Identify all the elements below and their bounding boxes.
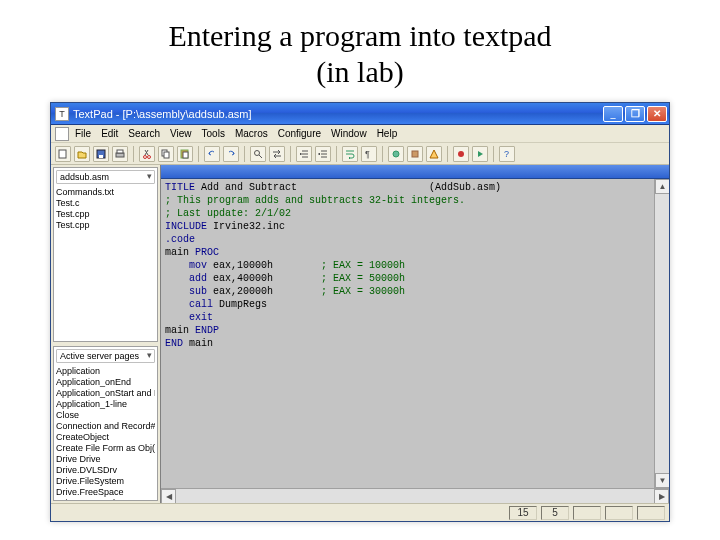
toolbar-showpara-icon[interactable]: ¶ [361, 146, 377, 162]
clip-item[interactable]: Close [56, 410, 155, 421]
doc-item[interactable]: Commands.txt [56, 187, 155, 198]
menu-edit[interactable]: Edit [101, 128, 118, 139]
code-text: main [183, 338, 213, 349]
clip-item[interactable]: CreateObject [56, 432, 155, 443]
toolbar-macro-play-icon[interactable] [472, 146, 488, 162]
status-column: 5 [541, 506, 569, 520]
slide-title: Entering a program into textpad (in lab) [0, 0, 720, 98]
scroll-track[interactable] [655, 194, 669, 473]
clip-item[interactable]: Application_onStart and Record# [56, 388, 155, 399]
clip-item[interactable]: Drive Drive [56, 454, 155, 465]
svg-point-6 [148, 155, 151, 158]
svg-point-5 [144, 155, 147, 158]
clip-item[interactable]: Application_1-line [56, 399, 155, 410]
code-text: main [165, 247, 195, 258]
menu-view[interactable]: View [170, 128, 192, 139]
scroll-track[interactable] [176, 489, 654, 503]
left-sidebar: addsub.asm Commands.txt Test.c Test.cpp … [51, 165, 161, 503]
kw-sub: sub [165, 286, 207, 297]
scroll-up-icon[interactable]: ▲ [655, 179, 669, 194]
scroll-left-icon[interactable]: ◀ [161, 489, 176, 503]
menu-help[interactable]: Help [377, 128, 398, 139]
clip-library-list[interactable]: Application Application_onEnd Applicatio… [54, 365, 157, 500]
menu-configure[interactable]: Configure [278, 128, 321, 139]
toolbar-paste-icon[interactable] [177, 146, 193, 162]
clip-item[interactable]: Application_onEnd [56, 377, 155, 388]
vertical-scrollbar[interactable]: ▲ ▼ [654, 179, 669, 488]
toolbar-undo-icon[interactable] [204, 146, 220, 162]
scroll-right-icon[interactable]: ▶ [654, 489, 669, 503]
clip-item[interactable]: Drive.FreeSpace [56, 487, 155, 498]
clip-item[interactable]: Drive.NotReady [56, 498, 155, 500]
code-text: main [165, 325, 195, 336]
menu-file[interactable]: File [75, 128, 91, 139]
maximize-button[interactable]: ❐ [625, 106, 645, 122]
titlebar[interactable]: T TextPad - [P:\assembly\addsub.asm] _ ❐… [51, 103, 669, 125]
toolbar-macro-rec-icon[interactable] [453, 146, 469, 162]
doc-item[interactable]: Test.cpp [56, 220, 155, 231]
toolbar-cut-icon[interactable] [139, 146, 155, 162]
textpad-window: T TextPad - [P:\assembly\addsub.asm] _ ❐… [50, 102, 670, 522]
toolbar-help-icon[interactable]: ? [499, 146, 515, 162]
menu-macros[interactable]: Macros [235, 128, 268, 139]
horizontal-scrollbar[interactable]: ◀ ▶ [161, 488, 669, 503]
toolbar-print-icon[interactable] [112, 146, 128, 162]
svg-rect-8 [164, 152, 169, 158]
clip-item[interactable]: Connection and Record# [56, 421, 155, 432]
svg-rect-10 [183, 152, 188, 158]
close-button[interactable]: ✕ [647, 106, 667, 122]
svg-rect-3 [116, 153, 124, 157]
toolbar-find-icon[interactable] [250, 146, 266, 162]
toolbar-tool2-icon[interactable] [407, 146, 423, 162]
toolbar-save-icon[interactable] [93, 146, 109, 162]
svg-text:?: ? [504, 149, 509, 159]
svg-text:¶: ¶ [365, 149, 370, 159]
menu-search[interactable]: Search [128, 128, 160, 139]
minimize-button[interactable]: _ [603, 106, 623, 122]
toolbar-indent-icon[interactable] [296, 146, 312, 162]
toolbar-tool1-icon[interactable] [388, 146, 404, 162]
status-line: 15 [509, 506, 537, 520]
toolbar-new-icon[interactable] [55, 146, 71, 162]
document-selector-heading[interactable]: addsub.asm [56, 170, 155, 184]
kw-endp: ENDP [195, 325, 219, 336]
clip-library-heading[interactable]: Active server pages [56, 349, 155, 363]
toolbar-open-icon[interactable] [74, 146, 90, 162]
menubar: File Edit Search View Tools Macros Confi… [51, 125, 669, 143]
toolbar: ¶ ? [51, 143, 669, 165]
toolbar-outdent-icon[interactable] [315, 146, 331, 162]
clip-item[interactable]: Drive.DVLSDrv [56, 465, 155, 476]
code-text: Add and Subtract (AddSub.asm) [195, 182, 501, 193]
comment: ; EAX = 50000h [273, 273, 405, 284]
toolbar-separator [198, 146, 199, 162]
comment: ; EAX = 10000h [273, 260, 405, 271]
code-text: eax,10000h [207, 260, 273, 271]
clip-item[interactable]: Application [56, 366, 155, 377]
code-text: Irvine32.inc [207, 221, 285, 232]
toolbar-replace-icon[interactable] [269, 146, 285, 162]
kw-add: add [165, 273, 207, 284]
toolbar-tool3-icon[interactable] [426, 146, 442, 162]
menu-tools[interactable]: Tools [202, 128, 225, 139]
toolbar-separator [382, 146, 383, 162]
doc-item[interactable]: Test.c [56, 198, 155, 209]
toolbar-separator [336, 146, 337, 162]
window-title: TextPad - [P:\assembly\addsub.asm] [73, 108, 601, 120]
clip-item[interactable]: Drive.FileSystem [56, 476, 155, 487]
toolbar-redo-icon[interactable] [223, 146, 239, 162]
clip-item[interactable]: Create File Form as Obj(x) [56, 443, 155, 454]
code-editor[interactable]: TITLE Add and Subtract (AddSub.asm) ; Th… [161, 179, 654, 488]
document-titlebar[interactable] [161, 165, 669, 179]
status-caps [605, 506, 633, 520]
menu-window[interactable]: Window [331, 128, 367, 139]
document-selector-list[interactable]: Commands.txt Test.c Test.cpp Test.cpp [54, 186, 157, 341]
toolbar-wordwrap-icon[interactable] [342, 146, 358, 162]
scroll-down-icon[interactable]: ▼ [655, 473, 669, 488]
slide-title-line2: (in lab) [316, 55, 403, 88]
kw-include: INCLUDE [165, 221, 207, 232]
toolbar-copy-icon[interactable] [158, 146, 174, 162]
kw-title: TITLE [165, 182, 195, 193]
doc-item[interactable]: Test.cpp [56, 209, 155, 220]
comment: ; EAX = 30000h [273, 286, 405, 297]
svg-rect-2 [99, 155, 103, 158]
